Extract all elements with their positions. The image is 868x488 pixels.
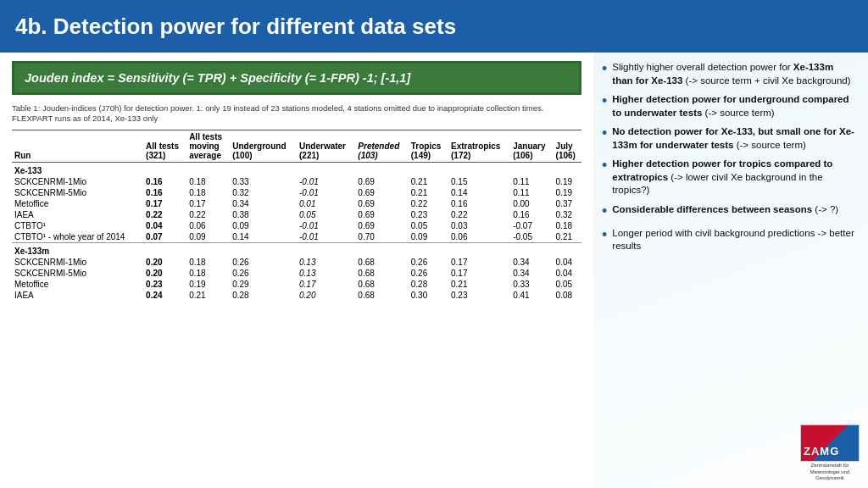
cell-value: 0.23 (143, 279, 186, 290)
cell-value: 0.05 (297, 209, 355, 220)
col-extratropics: Extratropics(172) (448, 130, 510, 162)
cell-value: 0.09 (186, 231, 230, 243)
cell-value: 0.14 (230, 231, 297, 243)
cell-value: -0.01 (297, 187, 355, 198)
table-row: IAEA0.240.210.280.200.680.300.230.410.08 (12, 290, 581, 301)
cell-value: 0.26 (230, 268, 297, 279)
cell-value: 0.20 (143, 257, 186, 268)
col-tropics: Tropics(149) (409, 130, 448, 162)
cell-value: -0.07 (510, 220, 553, 231)
cell-value: 0.18 (186, 176, 230, 187)
cell-value: 0.68 (355, 268, 408, 279)
cell-value: 0.21 (186, 290, 230, 301)
cell-value: 0.34 (510, 268, 553, 279)
cell-value: 0.05 (554, 279, 581, 290)
cell-value: -0.01 (297, 176, 355, 187)
bullet-dot: • (602, 225, 607, 245)
cell-value: 0.26 (409, 257, 448, 268)
run-name: SCKCENRMI-5Mio (12, 268, 143, 279)
cell-value: 0.00 (510, 198, 553, 209)
cell-value: 0.22 (409, 198, 448, 209)
table-row: SCKCENRMI-1Mio0.160.180.33-0.010.690.210… (12, 176, 581, 187)
cell-value: -0.01 (297, 231, 355, 243)
cell-value: 0.13 (297, 268, 355, 279)
col-underground: Underground(100) (230, 130, 297, 162)
run-name: Metoffice (12, 279, 143, 290)
cell-value: 0.18 (186, 257, 230, 268)
table-caption: Table 1: Jouden-indices (J70h) for detec… (12, 103, 581, 125)
cell-value: 0.17 (186, 198, 230, 209)
cell-value: 0.38 (230, 209, 297, 220)
cell-value: 0.16 (143, 187, 186, 198)
bullet-item-1: •Slightly higher overall detection power… (602, 61, 856, 87)
cell-value: 0.33 (230, 176, 297, 187)
cell-value: 0.07 (143, 231, 186, 243)
cell-value: 0.11 (510, 176, 553, 187)
bullet-list: •Slightly higher overall detection power… (602, 61, 856, 253)
formula-text: Jouden index = Sensitivity (= TPR) + Spe… (25, 71, 410, 85)
run-name: CTBTO¹ - whole year of 2014 (12, 231, 143, 243)
run-name: SCKCENRMI-5Mio (12, 187, 143, 198)
cell-value: 0.15 (448, 176, 510, 187)
run-name: IAEA (12, 209, 143, 220)
cell-value: 0.11 (510, 187, 553, 198)
run-name: Metoffice (12, 198, 143, 209)
table-section-Xe-133: Xe-133 (12, 162, 581, 176)
cell-value: 0.32 (554, 209, 581, 220)
cell-value: 0.28 (230, 290, 297, 301)
zamg-logo-image: ZAMG (800, 424, 860, 462)
cell-value: 0.16 (448, 198, 510, 209)
cell-value: 0.33 (510, 279, 553, 290)
zamg-subtitle: Zentralanstalt fürMeteorologie undGeodyn… (810, 463, 849, 481)
cell-value: 0.17 (143, 198, 186, 209)
content-area: Jouden index = Sensitivity (= TPR) + Spe… (0, 53, 868, 488)
cell-value: 0.69 (355, 209, 408, 220)
bullet-text: Slightly higher overall detection power … (612, 61, 856, 87)
cell-value: -0.01 (297, 220, 355, 231)
table-section-Xe-133m: Xe-133m (12, 242, 581, 257)
right-panel: •Slightly higher overall detection power… (593, 53, 868, 488)
cell-value: 0.18 (554, 220, 581, 231)
cell-value: 0.30 (409, 290, 448, 301)
cell-value: 0.29 (230, 279, 297, 290)
bullet-text: Higher detection power for tropics compa… (612, 158, 856, 197)
bullet-dot: • (602, 123, 607, 143)
cell-value: 0.18 (186, 268, 230, 279)
cell-value: 0.17 (448, 268, 510, 279)
cell-value: 0.20 (143, 268, 186, 279)
run-name: SCKCENRMI-1Mio (12, 257, 143, 268)
bullet-text: No detection power for Xe-133, but small… (612, 125, 856, 152)
bullet-item-6: •Longer period with civil background pre… (602, 227, 856, 253)
cell-value: 0.17 (297, 279, 355, 290)
cell-value: 0.18 (186, 187, 230, 198)
bullet-item-4: •Higher detection power for tropics comp… (602, 158, 856, 197)
cell-value: 0.69 (355, 198, 408, 209)
col-all-tests: All tests(321) (143, 130, 186, 162)
table-header-row: Run All tests(321) All testsmovingaverag… (12, 130, 581, 162)
cell-value: 0.69 (355, 187, 408, 198)
cell-value: 0.16 (510, 209, 553, 220)
cell-value: 0.06 (186, 220, 230, 231)
cell-value: 0.04 (554, 257, 581, 268)
cell-value: 0.19 (554, 176, 581, 187)
cell-value: 0.32 (230, 187, 297, 198)
cell-value: 0.13 (297, 257, 355, 268)
bullet-dot: • (602, 58, 607, 79)
page-title: 4b. Detection power for different data s… (15, 14, 456, 40)
bullet-item-5: •Considerable differences between season… (602, 203, 856, 221)
formula-box: Jouden index = Sensitivity (= TPR) + Spe… (12, 61, 581, 95)
cell-value: 0.03 (448, 220, 510, 231)
cell-value: 0.14 (448, 187, 510, 198)
cell-value: 0.23 (409, 209, 448, 220)
table-row: Metoffice0.230.190.290.170.680.280.210.3… (12, 279, 581, 290)
left-panel: Jouden index = Sensitivity (= TPR) + Spe… (0, 53, 593, 488)
bullet-item-2: •Higher detection power for underground … (602, 93, 856, 119)
table-row: SCKCENRMI-5Mio0.200.180.260.130.680.260.… (12, 268, 581, 279)
cell-value: 0.17 (448, 257, 510, 268)
cell-value: 0.21 (448, 279, 510, 290)
table-row: SCKCENRMI-5Mio0.160.180.32-0.010.690.210… (12, 187, 581, 198)
bullet-dot: • (602, 155, 607, 175)
col-pretended: Pretended(103) (355, 130, 408, 162)
bullet-dot: • (602, 201, 607, 221)
cell-value: 0.22 (448, 209, 510, 220)
